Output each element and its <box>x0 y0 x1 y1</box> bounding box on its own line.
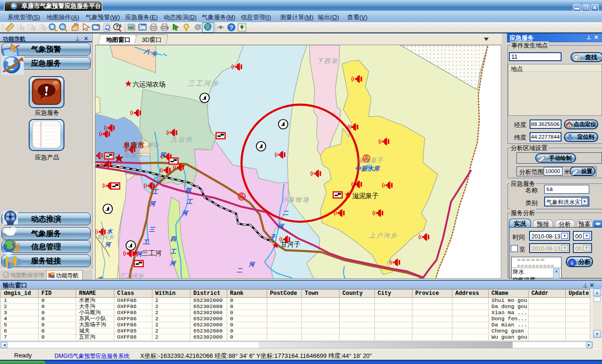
svg-text:三: 三 <box>155 177 162 183</box>
svg-text:六运湖农场: 六运湖农场 <box>133 80 166 88</box>
svg-text:三工河: 三工河 <box>142 249 162 257</box>
svg-text:三工河乡: 三工河乡 <box>119 272 144 279</box>
svg-text:阜康市: 阜康市 <box>124 152 143 159</box>
svg-text:中新水库: 中新水库 <box>355 165 380 172</box>
svg-text:三工河乡: 三工河乡 <box>188 79 220 87</box>
svg-text:二: 二 <box>236 267 243 274</box>
svg-text:水: 水 <box>106 228 113 235</box>
svg-text:子: 子 <box>270 234 276 240</box>
svg-text:四: 四 <box>170 236 177 242</box>
svg-text:工: 工 <box>186 198 193 205</box>
svg-text:三: 三 <box>149 226 156 233</box>
svg-text:下西泉: 下西泉 <box>317 57 338 64</box>
svg-text:滋泥泉子: 滋泥泉子 <box>357 157 383 164</box>
svg-text:工: 工 <box>170 248 177 255</box>
svg-text:阜康市: 阜康市 <box>123 141 144 149</box>
svg-text:大黄沟乡: 大黄沟乡 <box>95 234 114 240</box>
svg-text:工: 工 <box>143 239 150 245</box>
svg-text:滋泥泉子: 滋泥泉子 <box>352 192 379 199</box>
svg-text:工: 工 <box>152 189 159 195</box>
svg-text:i: i <box>571 260 573 266</box>
svg-text:四: 四 <box>185 187 192 194</box>
svg-text:甘河子: 甘河子 <box>281 240 301 248</box>
svg-text:神场: 神场 <box>147 142 159 148</box>
svg-text:城关镇: 城关镇 <box>98 152 118 159</box>
svg-text:?: ? <box>115 24 119 30</box>
svg-text:?: ? <box>230 24 233 31</box>
svg-text:小泉牧场: 小泉牧场 <box>281 196 309 203</box>
svg-text:九运街: 九运街 <box>171 136 193 143</box>
svg-text:上户沟乡: 上户沟乡 <box>369 232 397 239</box>
svg-text:水: 水 <box>97 276 103 279</box>
svg-text:二: 二 <box>282 210 289 216</box>
